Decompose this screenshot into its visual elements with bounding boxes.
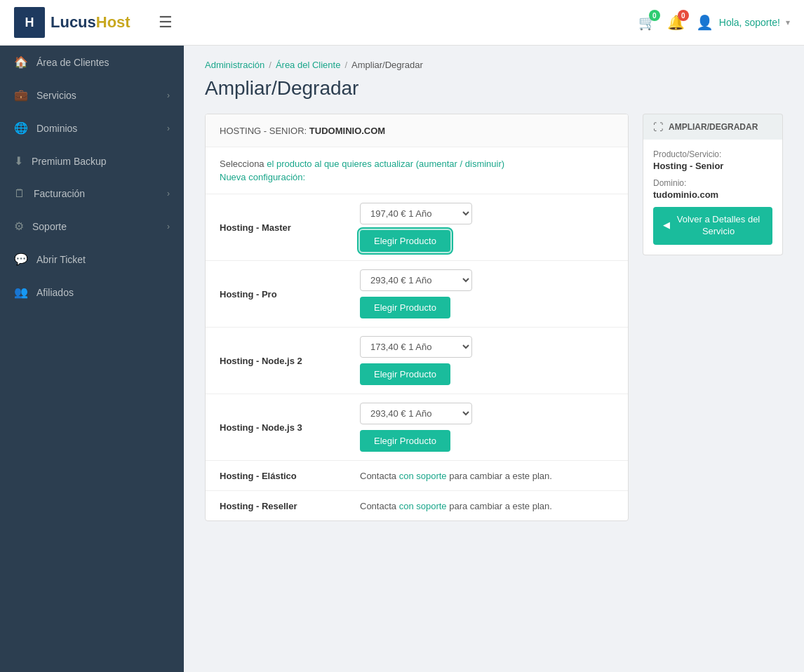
sidebar-info-card: ⛶ AMPLIAR/DEGRADAR Producto/Servicio: Ho… [643, 114, 783, 255]
elegir-producto-button-nodejs3[interactable]: Elegir Producto [360, 430, 450, 452]
navbar: H LucusHost ☰ 🛒 0 🔔 0 👤 Hola, soporte! ▾ [0, 0, 804, 46]
sidebar-item-area-clientes[interactable]: 🏠 Área de Clientes [0, 46, 184, 79]
sidebar-label-afiliados: Afiliados [36, 287, 74, 298]
alert-badge: 0 [678, 10, 689, 21]
billing-icon: 🗒 [14, 187, 25, 200]
backup-icon: ⬇ [14, 154, 23, 168]
breadcrumb-sep1: / [269, 60, 272, 70]
domain-label: Dominio: [653, 178, 772, 188]
user-avatar-icon: 👤 [696, 14, 713, 31]
elegir-producto-button-nodejs2[interactable]: Elegir Producto [360, 363, 450, 385]
elegir-producto-button-master[interactable]: Elegir Producto [360, 230, 450, 252]
cart-button[interactable]: 🛒 0 [638, 14, 656, 31]
new-config-label: Nueva configuración: [220, 172, 614, 182]
sidebar-card-header: ⛶ AMPLIAR/DEGRADAR [643, 114, 783, 140]
menu-toggle-button[interactable]: ☰ [159, 13, 173, 32]
contact-link-elastico[interactable]: con soporte [399, 471, 447, 481]
home-icon: 🏠 [14, 55, 28, 69]
affiliates-icon: 👥 [14, 285, 28, 299]
user-menu-chevron-icon: ▾ [786, 18, 790, 27]
user-name: Hola, soporte! [719, 17, 780, 28]
product-action-hosting-pro: 293,40 € 1 Año Elegir Producto [360, 269, 614, 318]
sidebar-item-premium-backup[interactable]: ⬇ Premium Backup [0, 145, 184, 177]
domains-icon: 🌐 [14, 121, 28, 135]
products-table: Hosting - Master 197,40 € 1 Año Elegir P… [206, 194, 628, 520]
support-icon: ⚙ [14, 220, 24, 233]
services-icon: 💼 [14, 88, 28, 102]
volver-btn-label: Volver a Detalles del Servicio [674, 214, 763, 238]
breadcrumb-area-cliente[interactable]: Área del Cliente [276, 60, 341, 70]
sidebar-label-premium-backup: Premium Backup [32, 156, 107, 167]
logo: H LucusHost [14, 7, 130, 38]
back-icon: ◀ [663, 220, 670, 231]
product-name-hosting-nodejs2: Hosting - Node.js 2 [206, 328, 346, 394]
main-card: HOSTING - SENIOR: TUDOMINIO.COM Seleccio… [205, 114, 629, 521]
chevron-right-icon: › [167, 222, 170, 231]
sidebar-label-soporte: Soporte [32, 221, 67, 232]
main-content: Administración / Área del Cliente / Ampl… [184, 46, 804, 672]
breadcrumb: Administración / Área del Cliente / Ampl… [205, 60, 783, 70]
product-service-value: Hosting - Senior [653, 161, 772, 171]
chevron-right-icon: › [167, 90, 170, 100]
card-description-area: Selecciona el producto al que quieres ac… [206, 147, 628, 194]
contact-text-reseller: Contacta con soporte para cambiar a este… [360, 501, 552, 511]
product-action-hosting-master: 197,40 € 1 Año Elegir Producto [360, 203, 614, 252]
alert-button[interactable]: 🔔 0 [667, 14, 685, 31]
table-row: Hosting - Master 197,40 € 1 Año Elegir P… [206, 194, 628, 261]
card-header: HOSTING - SENIOR: TUDOMINIO.COM [206, 114, 628, 147]
product-name-hosting-elastico: Hosting - Elástico [206, 461, 346, 491]
breadcrumb-current: Ampliar/Degradar [351, 60, 423, 70]
sidebar-item-servicios[interactable]: 💼 Servicios › [0, 79, 184, 112]
domain-value: tudominio.com [653, 189, 772, 200]
product-select-hosting-pro[interactable]: 293,40 € 1 Año [360, 269, 472, 291]
sidebar: 🏠 Área de Clientes 💼 Servicios › 🌐 Domin… [0, 46, 184, 672]
card-description: Selecciona el producto al que quieres ac… [220, 159, 614, 169]
product-service-label: Producto/Servicio: [653, 149, 772, 159]
chevron-right-icon: › [167, 189, 170, 199]
product-name-hosting-reseller: Hosting - Reseller [206, 491, 346, 521]
chevron-right-icon: › [167, 123, 170, 133]
sidebar-item-soporte[interactable]: ⚙ Soporte › [0, 210, 184, 243]
product-select-hosting-nodejs3[interactable]: 293,40 € 1 Año [360, 403, 472, 424]
product-name-hosting-pro: Hosting - Pro [206, 261, 346, 328]
table-row: Hosting - Node.js 3 293,40 € 1 Año Elegi… [206, 394, 628, 461]
logo-text: LucusHost [51, 13, 130, 32]
sidebar-item-abrir-ticket[interactable]: 💬 Abrir Ticket [0, 243, 184, 276]
user-menu[interactable]: 👤 Hola, soporte! ▾ [696, 14, 790, 31]
sidebar-card-body: Producto/Servicio: Hosting - Senior Domi… [643, 140, 783, 255]
sidebar-label-area-clientes: Área de Clientes [36, 57, 109, 68]
sidebar-item-dominios[interactable]: 🌐 Dominios › [0, 112, 184, 145]
table-row: Hosting - Reseller Contacta con soporte … [206, 491, 628, 521]
page-title: Ampliar/Degradar [205, 77, 783, 100]
sidebar-card-title: AMPLIAR/DEGRADAR [669, 122, 758, 132]
product-name-hosting-master: Hosting - Master [206, 194, 346, 261]
breadcrumb-admin[interactable]: Administración [205, 60, 264, 70]
sidebar-label-abrir-ticket: Abrir Ticket [36, 254, 86, 265]
sidebar-label-servicios: Servicios [36, 90, 76, 101]
navbar-right: 🛒 0 🔔 0 👤 Hola, soporte! ▾ [638, 14, 790, 31]
product-select-hosting-master[interactable]: 197,40 € 1 Año [360, 203, 472, 224]
sidebar-item-facturacion[interactable]: 🗒 Facturación › [0, 177, 184, 210]
sidebar-item-afiliados[interactable]: 👥 Afiliados [0, 276, 184, 309]
logo-icon: H [14, 7, 45, 38]
sidebar-label-facturacion: Facturación [34, 188, 85, 199]
volver-detalles-button[interactable]: ◀ Volver a Detalles del Servicio [653, 207, 772, 245]
breadcrumb-sep2: / [344, 60, 347, 70]
table-row: Hosting - Node.js 2 173,40 € 1 Año Elegi… [206, 328, 628, 394]
table-row: Hosting - Elástico Contacta con soporte … [206, 461, 628, 491]
description-link[interactable]: el producto al que quieres actualizar (a… [267, 159, 504, 169]
contact-text-elastico: Contacta con soporte para cambiar a este… [360, 471, 552, 481]
cart-badge: 0 [649, 10, 660, 21]
product-action-hosting-nodejs2: 173,40 € 1 Año Elegir Producto [360, 336, 614, 385]
product-select-hosting-nodejs2[interactable]: 173,40 € 1 Año [360, 336, 472, 358]
product-action-hosting-nodejs3: 293,40 € 1 Año Elegir Producto [360, 403, 614, 452]
expand-icon: ⛶ [653, 121, 663, 133]
table-row: Hosting - Pro 293,40 € 1 Año Elegir Prod… [206, 261, 628, 328]
contact-link-reseller[interactable]: con soporte [399, 501, 447, 511]
elegir-producto-button-pro[interactable]: Elegir Producto [360, 297, 450, 318]
sidebar-label-dominios: Dominios [36, 123, 77, 134]
hosting-label: HOSTING - SENIOR: TUDOMINIO.COM [220, 126, 385, 136]
ticket-icon: 💬 [14, 253, 28, 266]
product-name-hosting-nodejs3: Hosting - Node.js 3 [206, 394, 346, 461]
content-wrapper: HOSTING - SENIOR: TUDOMINIO.COM Seleccio… [205, 114, 783, 521]
